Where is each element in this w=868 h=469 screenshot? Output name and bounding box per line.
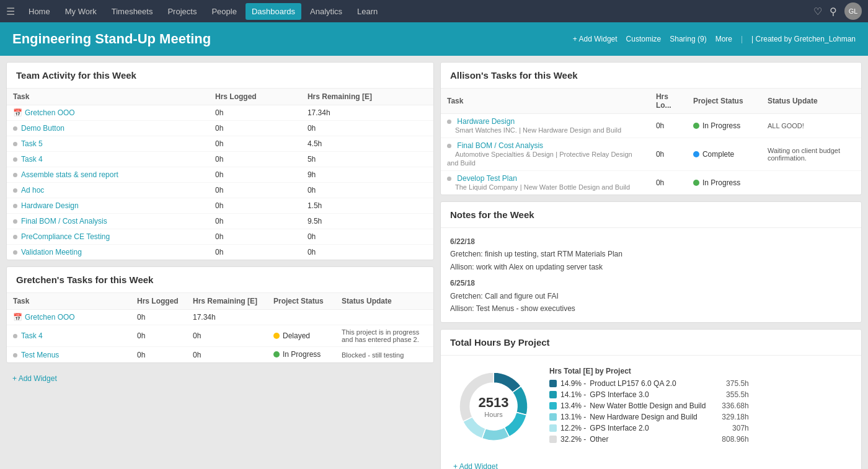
col-task-a: Task (441, 89, 650, 114)
donut-segment (482, 427, 509, 441)
hrs-logged-cell: 0h (650, 171, 687, 195)
task-name-cell: Validation Meeting (7, 245, 209, 260)
task-name-cell: Hardware Design (7, 198, 209, 214)
col-project-status-a: Project Status (687, 89, 761, 114)
notes-date: 6/22/18 (450, 235, 852, 248)
task-dot-icon (13, 353, 17, 357)
team-activity-title: Team Activity for this Week (7, 63, 433, 89)
gretchens-tasks-table: Task Hrs Logged Hrs Remaining [E] Projec… (7, 293, 433, 362)
task-link[interactable]: Hardware Design (21, 201, 79, 210)
project-link[interactable]: New Hardware Design and Build (523, 126, 621, 134)
task-link[interactable]: Final BOM / Cost Analysis (457, 141, 543, 150)
legend-color-swatch (549, 391, 557, 398)
table-row: 📅Gretchen OOO 0h 17.34h (7, 105, 433, 121)
task-link[interactable]: Test Menus (21, 351, 59, 359)
task-sub: The Liquid Company | New Water Bottle De… (447, 183, 630, 191)
bell-icon[interactable]: ♡ (813, 6, 822, 17)
legend-items: 14.9% - Product LP157 6.0 QA 2.0 375.5h … (549, 379, 749, 444)
table-row: Ad hoc 0h 0h (7, 183, 433, 198)
task-link[interactable]: Task 4 (21, 155, 43, 164)
legend-project-link[interactable]: New Water Bottle Design and Build (590, 401, 706, 410)
table-row: Hardware Design 0h 1.5h (7, 198, 433, 214)
hrs-remaining-cell: 0h (301, 121, 433, 136)
total-hours-widget: Total Hours By Project 2513 Hours Hrs To… (440, 329, 862, 469)
nav-mywork[interactable]: My Work (59, 3, 103, 20)
task-name-cell: Hardware Design Smart Watches INC. | New… (441, 114, 650, 138)
add-widget-header-button[interactable]: + Add Widget (573, 35, 618, 43)
hrs-logged-cell: 0h (209, 245, 301, 260)
task-name-cell: Task 5 (7, 136, 209, 152)
add-widget-right: + Add Widget (441, 457, 861, 469)
legend-project-link[interactable]: New Hardware Design and Build (590, 413, 697, 421)
hrs-remaining-cell: 0h (301, 245, 433, 260)
task-dot-icon (447, 144, 451, 148)
gretchens-tasks-widget: Gretchen's Tasks for this Week Task Hrs … (6, 266, 434, 363)
legend-value: 808.96h (709, 435, 748, 444)
hrs-remaining-cell: 1.5h (301, 198, 433, 214)
nav-people[interactable]: People (205, 3, 242, 20)
nav-projects[interactable]: Projects (161, 3, 203, 20)
notes-line: Allison: work with Alex on updating serv… (450, 261, 852, 273)
task-dot-icon (447, 120, 451, 124)
user-avatar[interactable]: GL (844, 2, 862, 20)
legend-project-link[interactable]: Other (590, 435, 608, 444)
client-link[interactable]: The Liquid Company (455, 183, 518, 191)
search-icon[interactable]: ⚲ (830, 6, 837, 17)
task-link[interactable]: Gretchen OOO (25, 108, 75, 117)
calendar-icon: 📅 (13, 313, 22, 322)
legend-pct: 14.1% - (560, 390, 586, 399)
task-name-cell: Test Menus (7, 347, 131, 363)
task-dot-icon (13, 188, 17, 193)
team-activity-table: Task Hrs Logged Hrs Remaining [E] 📅Gretc… (7, 89, 433, 260)
task-link[interactable]: Assemble stats & send report (21, 170, 118, 179)
task-link[interactable]: Task 5 (21, 139, 43, 148)
legend-value: 375.5h (714, 379, 749, 388)
legend-item: 14.1% - GPS Interface 3.0 355.5h (549, 390, 749, 399)
more-button[interactable]: More (715, 35, 732, 43)
chart-legend: Hrs Total [E] by Project 14.9% - Product… (549, 367, 749, 446)
nav-home[interactable]: Home (22, 3, 56, 20)
nav-dashboards[interactable]: Dashboards (246, 3, 301, 20)
notes-line: Gretchen: Call and figure out FAI (450, 290, 852, 302)
hrs-logged-cell: 0h (209, 105, 301, 121)
add-widget-left-button[interactable]: + Add Widget (6, 369, 63, 388)
col-status-update-g: Status Update (335, 293, 433, 310)
legend-value: 307h (720, 424, 749, 432)
task-link[interactable]: Demo Button (21, 124, 64, 133)
nav-analytics[interactable]: Analytics (304, 3, 348, 20)
status-badge: In Progress (693, 121, 740, 130)
task-link[interactable]: Task 4 (21, 331, 43, 340)
status-update-cell (335, 310, 433, 325)
header-divider: | (741, 35, 743, 43)
notes-content: 6/22/18Gretchen: finish up testing, star… (441, 228, 861, 322)
status-update-cell (761, 171, 861, 195)
legend-item: 14.9% - Product LP157 6.0 QA 2.0 375.5h (549, 379, 749, 388)
menu-icon[interactable]: ☰ (6, 6, 15, 17)
table-row: Hardware Design Smart Watches INC. | New… (441, 114, 861, 138)
project-link[interactable]: New Water Bottle Design and Build (524, 183, 630, 191)
project-status-cell: Complete (687, 138, 761, 171)
legend-project-link[interactable]: GPS Interface 2.0 (590, 424, 649, 432)
legend-project-link[interactable]: GPS Interface 3.0 (590, 390, 649, 399)
task-name-cell: Final BOM / Cost Analysis (7, 214, 209, 229)
add-widget-right-button[interactable]: + Add Widget (447, 457, 504, 469)
task-link[interactable]: Ad hoc (21, 186, 44, 195)
total-hours-title: Total Hours By Project (441, 330, 861, 356)
task-link[interactable]: Gretchen OOO (25, 313, 75, 322)
task-link[interactable]: PreCompliance CE Testing (21, 232, 110, 241)
nav-learn[interactable]: Learn (351, 3, 384, 20)
task-link[interactable]: Hardware Design (457, 117, 515, 126)
legend-project-link[interactable]: Product LP157 6.0 QA 2.0 (590, 379, 676, 388)
notes-line: Gretchen: finish up testing, start RTM M… (450, 248, 852, 260)
client-link[interactable]: Automotive Specialties & Design (455, 151, 554, 158)
task-link[interactable]: Validation Meeting (21, 248, 82, 256)
client-link[interactable]: Smart Watches INC. (455, 126, 517, 134)
status-update-cell: This project is in progress and has ente… (335, 325, 433, 347)
task-link[interactable]: Develop Test Plan (457, 174, 517, 183)
nav-timesheets[interactable]: Timesheets (105, 3, 159, 20)
sharing-button[interactable]: Sharing (9) (670, 35, 706, 43)
task-link[interactable]: Final BOM / Cost Analysis (21, 217, 107, 226)
legend-pct: 13.1% - (560, 413, 586, 421)
hrs-remaining-cell: 17.34h (301, 105, 433, 121)
customize-button[interactable]: Customize (626, 35, 662, 43)
